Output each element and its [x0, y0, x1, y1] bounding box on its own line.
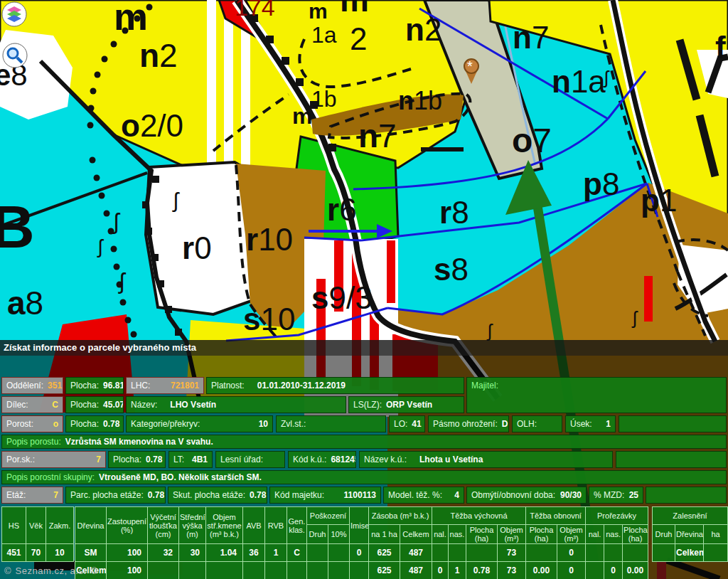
map-parcel-label: s10: [243, 302, 295, 336]
value-cell: 625: [369, 562, 400, 579]
value-cell: [148, 562, 179, 579]
value-cell: 0: [432, 562, 449, 579]
field-label: Skut. plocha etáže:: [173, 490, 245, 500]
field-label: Popis porostní skupiny:: [6, 472, 95, 482]
field-plocha-oddeleni: Plocha: 96.81: [65, 377, 124, 394]
map-parcel-label: B: [0, 193, 35, 260]
field-label: Kategorie/překryv:: [131, 419, 200, 429]
header-cell: Objem (m³): [498, 525, 526, 544]
field-value: 4B1: [192, 455, 208, 464]
field-value: 96.81: [103, 381, 124, 391]
header-cell: 10%: [328, 525, 350, 544]
field-label: OLH:: [517, 419, 537, 429]
header-cell: Druh: [307, 525, 328, 544]
field-plocha-porsk: Plocha: 0.78: [108, 451, 166, 468]
field-label: Plocha:: [70, 400, 99, 410]
map-parcel-label: o2/0: [121, 108, 183, 143]
header-cell: Plocha (ha): [466, 525, 498, 544]
field-label: Zvl.st.:: [281, 419, 306, 429]
field-label: % MZD:: [594, 490, 624, 500]
field-dilec: Dílec: C: [1, 396, 63, 413]
field-value: 0.78: [148, 490, 164, 500]
header-cell: nal.: [586, 525, 604, 544]
value-cell: 100: [107, 562, 148, 579]
value-cell: 30: [179, 544, 206, 562]
value-cell: SM: [75, 544, 107, 562]
field-value: 25: [629, 490, 638, 500]
field-value: LHO Vsetín: [170, 400, 216, 410]
map-parcel-label: n1a: [552, 64, 606, 99]
map-parcel-label: r10: [246, 222, 293, 257]
header-cell: Objem (m³): [557, 525, 586, 544]
header-group: Prořezávky: [586, 507, 648, 525]
field-lesni-urad: Lesní úřad:: [215, 451, 285, 468]
header-cell: Plocha (ha): [526, 525, 557, 544]
header-cell: Dřevina: [75, 507, 107, 544]
field-value: 681245: [331, 455, 356, 464]
header-cell: ha: [704, 525, 728, 544]
field-value: 90/30: [560, 490, 582, 500]
field-value: 7: [96, 455, 101, 464]
app-window: mn2o2/0174m1am2n21bmn1bn7n7n1ao7p8p1fe8B…: [0, 0, 728, 579]
field-empty: [619, 415, 727, 432]
field-value: 45.07: [103, 400, 124, 410]
field-value: Vtroušeně MD, BO. Několik starších SM.: [99, 472, 262, 482]
panel-title: Získat informace o parcele vybraného mís…: [0, 340, 728, 356]
table-row-total: Celkem: 100 625 487 0 1 0.78 73 0.00 0 0…: [75, 562, 648, 579]
map-parcel-label: a8: [7, 285, 43, 322]
field-label: Por.sk.:: [6, 455, 35, 464]
map-parcel-label: n2: [405, 12, 441, 47]
map-parcel-label: n2: [139, 37, 178, 74]
value-cell: 0.00: [526, 562, 557, 579]
map-parcel-label: m: [309, 0, 328, 23]
field-label: Název k.ú.:: [364, 455, 407, 464]
value-cell: [328, 562, 350, 579]
map-parcel-label: n7: [513, 20, 549, 55]
attribution-text: Seznam.cz, a.s.: [16, 565, 87, 576]
value-cell: [307, 562, 328, 579]
layers-button[interactable]: [1, 1, 27, 27]
map-parcel-label: o7: [512, 122, 552, 159]
field-value: 0.78: [103, 419, 119, 429]
header-cell: nas.: [449, 525, 466, 544]
copyright-icon: ©: [91, 565, 98, 576]
map-parcel-label: r0: [182, 230, 212, 265]
field-value: 41: [412, 419, 421, 429]
field-lhc: LHC: 721801: [126, 377, 204, 394]
value-cell: [604, 544, 623, 562]
field-zvlst: Zvl.st.:: [276, 415, 386, 432]
field-value: 0.78: [250, 490, 266, 500]
field-value: 1100113: [344, 490, 376, 500]
map-parcel-label: m: [292, 103, 312, 129]
header-cell: HS: [2, 507, 26, 544]
field-label: Porost:: [6, 419, 33, 429]
field-label: Platnost:: [211, 381, 245, 391]
field-nazev-ku: Název k.ú.: Lhota u Vsetína: [359, 451, 613, 468]
value-cell: 1: [449, 562, 466, 579]
field-lo: LO: 41: [389, 415, 425, 432]
value-cell: 70: [26, 544, 46, 562]
field-label: LS(LZ):: [353, 400, 382, 410]
map-parcel-label: 174: [235, 0, 275, 21]
header-cell: Imise: [350, 507, 369, 544]
map-parcel-label: f: [715, 30, 726, 65]
field-label: Kód k.ú.:: [293, 455, 326, 464]
header-cell: Gen. klas.: [287, 507, 307, 544]
field-majitel: Majitel:: [466, 377, 727, 413]
header-cell: Zakm.: [46, 507, 74, 544]
search-button[interactable]: [2, 43, 28, 68]
field-label: Majitel:: [471, 381, 498, 391]
field-label: Název:: [131, 400, 157, 410]
value-cell: [466, 544, 498, 562]
header-group: Poškození: [307, 507, 350, 525]
field-porost: Porost: o: [1, 415, 63, 432]
value-cell: 625: [369, 544, 400, 562]
field-value: 7: [53, 490, 58, 500]
value-cell: 73: [498, 544, 526, 562]
field-value: 0.78: [146, 455, 162, 464]
field-label: Plocha:: [113, 455, 141, 464]
field-label: Obmýtí/obnovní doba:: [471, 490, 555, 500]
field-label: Úsek:: [570, 419, 592, 429]
field-label: Dílec:: [6, 400, 28, 410]
value-cell: 1.04: [206, 544, 243, 562]
